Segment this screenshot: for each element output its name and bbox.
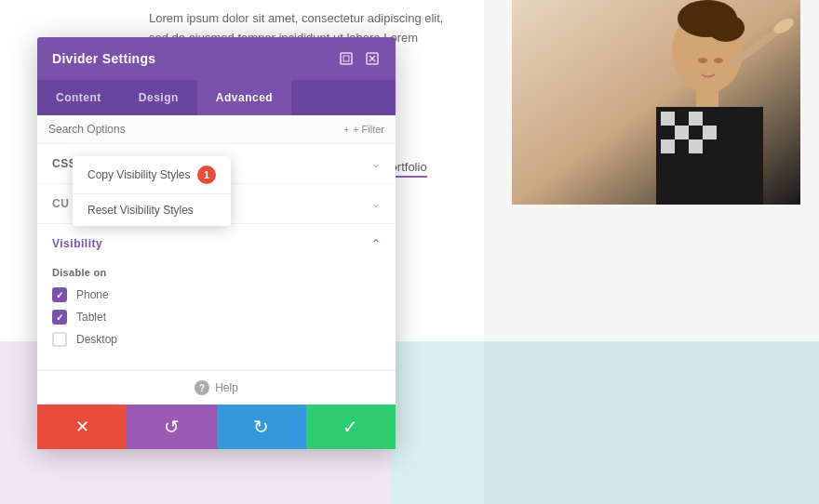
photo-container [512, 0, 800, 205]
svg-rect-8 [689, 112, 703, 126]
panel-footer: ? Help [37, 370, 396, 405]
tablet-row: Tablet [52, 310, 381, 325]
redo-icon: ↻ [253, 416, 269, 438]
search-input[interactable] [48, 123, 343, 136]
desktop-label: Desktop [76, 333, 117, 346]
desktop-row: Desktop [52, 332, 381, 347]
visibility-title: Visibility [52, 237, 102, 250]
help-icon: ? [195, 380, 209, 395]
panel-close-icon[interactable] [364, 50, 381, 67]
tab-advanced[interactable]: Advanced [197, 80, 291, 115]
tab-design[interactable]: Design [120, 80, 197, 115]
panel-header: Divider Settings [37, 37, 396, 80]
copy-visibility-badge: 1 [197, 166, 216, 184]
phone-label: Phone [76, 288, 109, 301]
svg-rect-14 [661, 139, 675, 153]
photo-placeholder [512, 0, 800, 205]
tablet-checkbox[interactable] [52, 310, 67, 325]
save-icon: ✓ [342, 416, 358, 438]
disable-label: Disable on [52, 267, 381, 278]
svg-rect-9 [703, 112, 717, 126]
panel-header-icons [338, 50, 381, 67]
phone-checkbox[interactable] [52, 287, 67, 302]
visibility-chevron-icon: ⌃ [371, 237, 381, 250]
svg-rect-6 [661, 112, 675, 126]
undo-icon: ↺ [164, 416, 180, 438]
action-bar: ✕ ↺ ↻ ✓ [37, 405, 396, 449]
save-button[interactable]: ✓ [306, 405, 396, 449]
panel-tabs: Content Design Advanced [37, 80, 396, 115]
phone-row: Phone [52, 287, 381, 302]
tablet-label: Tablet [76, 311, 106, 324]
css-chevron-icon: ⌄ [371, 157, 381, 170]
visibility-section-header[interactable]: Visibility ⌃ [37, 224, 396, 263]
svg-point-20 [698, 58, 707, 63]
svg-rect-15 [675, 139, 689, 153]
block-teal [391, 341, 819, 504]
cancel-icon: ✕ [75, 417, 89, 437]
svg-rect-11 [675, 126, 689, 139]
svg-rect-23 [343, 56, 349, 61]
svg-rect-7 [675, 112, 689, 126]
tab-content[interactable]: Content [37, 80, 120, 115]
context-menu: Copy Visibility Styles 1 Reset Visibilit… [73, 156, 231, 226]
copy-visibility-item[interactable]: Copy Visibility Styles 1 [73, 156, 231, 193]
svg-point-21 [714, 58, 723, 63]
help-label: Help [215, 381, 238, 394]
custom-section-title: Cu [52, 197, 69, 210]
reset-visibility-item[interactable]: Reset Visibility Styles [73, 194, 231, 226]
custom-chevron-icon: ⌄ [371, 197, 381, 210]
copy-visibility-label: Copy Visibility Styles [87, 168, 190, 181]
reset-visibility-label: Reset Visibility Styles [87, 204, 194, 217]
visibility-section: Visibility ⌃ Disable on Phone Tablet [37, 224, 396, 370]
svg-rect-16 [689, 139, 703, 153]
help-link[interactable]: ? Help [195, 380, 238, 395]
svg-point-3 [707, 14, 745, 42]
divider-settings-panel: Divider Settings Content Design Advanced [37, 37, 396, 449]
panel-title: Divider Settings [52, 51, 155, 66]
filter-label: + Filter [353, 124, 384, 135]
svg-rect-22 [341, 53, 352, 64]
svg-rect-13 [703, 126, 717, 139]
cancel-button[interactable]: ✕ [37, 405, 127, 449]
panel-search: + + Filter [37, 115, 396, 144]
svg-rect-12 [689, 126, 703, 139]
svg-rect-17 [703, 139, 717, 153]
redo-button[interactable]: ↻ [217, 405, 306, 449]
visibility-content: Disable on Phone Tablet Desktop [37, 263, 396, 369]
filter-icon: + [343, 125, 349, 135]
filter-button[interactable]: + + Filter [343, 124, 384, 135]
panel-fullscreen-icon[interactable] [338, 50, 355, 67]
undo-button[interactable]: ↺ [127, 405, 216, 449]
desktop-checkbox[interactable] [52, 332, 67, 347]
svg-rect-10 [661, 126, 675, 139]
